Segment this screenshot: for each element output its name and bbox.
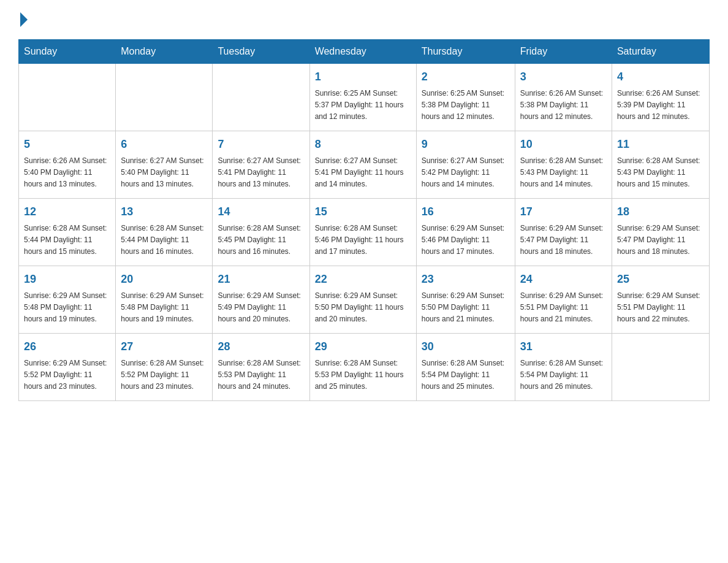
calendar-cell: 22Sunrise: 6:29 AM Sunset: 5:50 PM Dayli… (309, 266, 416, 334)
calendar-header-row: SundayMondayTuesdayWednesdayThursdayFrid… (19, 40, 710, 64)
day-info: Sunrise: 6:29 AM Sunset: 5:46 PM Dayligh… (422, 223, 510, 258)
day-info: Sunrise: 6:26 AM Sunset: 5:39 PM Dayligh… (617, 88, 704, 123)
calendar-cell: 15Sunrise: 6:28 AM Sunset: 5:46 PM Dayli… (309, 199, 416, 266)
day-number: 28 (218, 339, 304, 355)
day-number: 18 (617, 204, 704, 220)
day-info: Sunrise: 6:27 AM Sunset: 5:42 PM Dayligh… (422, 155, 510, 191)
day-info: Sunrise: 6:28 AM Sunset: 5:54 PM Dayligh… (520, 358, 607, 393)
calendar-cell: 11Sunrise: 6:28 AM Sunset: 5:43 PM Dayli… (612, 131, 709, 199)
calendar-cell: 14Sunrise: 6:28 AM Sunset: 5:45 PM Dayli… (213, 199, 309, 266)
day-info: Sunrise: 6:27 AM Sunset: 5:41 PM Dayligh… (315, 155, 411, 191)
day-number: 31 (520, 339, 607, 355)
day-number: 4 (617, 69, 704, 85)
column-header-sunday: Sunday (19, 40, 116, 64)
calendar-cell: 21Sunrise: 6:29 AM Sunset: 5:49 PM Dayli… (213, 266, 309, 334)
day-number: 5 (24, 136, 110, 153)
calendar-cell: 13Sunrise: 6:28 AM Sunset: 5:44 PM Dayli… (116, 199, 213, 266)
calendar-cell: 1Sunrise: 6:25 AM Sunset: 5:37 PM Daylig… (309, 64, 416, 131)
day-number: 22 (315, 271, 411, 288)
calendar-cell (612, 334, 709, 401)
calendar-cell: 26Sunrise: 6:29 AM Sunset: 5:52 PM Dayli… (19, 334, 116, 401)
day-info: Sunrise: 6:29 AM Sunset: 5:48 PM Dayligh… (24, 290, 110, 326)
day-info: Sunrise: 6:27 AM Sunset: 5:41 PM Dayligh… (218, 155, 304, 191)
day-number: 2 (422, 69, 510, 85)
day-info: Sunrise: 6:28 AM Sunset: 5:54 PM Dayligh… (422, 358, 510, 393)
calendar-table: SundayMondayTuesdayWednesdayThursdayFrid… (18, 39, 710, 401)
day-number: 17 (520, 204, 607, 220)
day-info: Sunrise: 6:26 AM Sunset: 5:40 PM Dayligh… (24, 155, 110, 191)
day-number: 6 (121, 136, 207, 153)
day-number: 24 (520, 271, 607, 288)
day-number: 21 (218, 271, 304, 288)
day-number: 10 (520, 136, 607, 153)
day-number: 11 (617, 136, 704, 153)
day-info: Sunrise: 6:26 AM Sunset: 5:38 PM Dayligh… (520, 88, 607, 123)
calendar-cell: 12Sunrise: 6:28 AM Sunset: 5:44 PM Dayli… (19, 199, 116, 266)
calendar-cell: 17Sunrise: 6:29 AM Sunset: 5:47 PM Dayli… (515, 199, 612, 266)
day-number: 9 (422, 136, 510, 153)
calendar-cell: 27Sunrise: 6:28 AM Sunset: 5:52 PM Dayli… (116, 334, 213, 401)
calendar-cell: 29Sunrise: 6:28 AM Sunset: 5:53 PM Dayli… (309, 334, 416, 401)
day-number: 26 (24, 339, 110, 355)
day-number: 3 (520, 69, 607, 85)
column-header-friday: Friday (515, 40, 612, 64)
calendar-cell: 31Sunrise: 6:28 AM Sunset: 5:54 PM Dayli… (515, 334, 612, 401)
calendar-cell: 9Sunrise: 6:27 AM Sunset: 5:42 PM Daylig… (416, 131, 515, 199)
day-info: Sunrise: 6:28 AM Sunset: 5:43 PM Dayligh… (617, 155, 704, 191)
logo (18, 12, 29, 27)
calendar-week-row: 5Sunrise: 6:26 AM Sunset: 5:40 PM Daylig… (19, 131, 710, 199)
day-info: Sunrise: 6:28 AM Sunset: 5:53 PM Dayligh… (218, 358, 304, 393)
day-number: 8 (315, 136, 411, 153)
day-info: Sunrise: 6:27 AM Sunset: 5:40 PM Dayligh… (121, 155, 207, 191)
day-info: Sunrise: 6:25 AM Sunset: 5:38 PM Dayligh… (422, 88, 510, 123)
calendar-week-row: 1Sunrise: 6:25 AM Sunset: 5:37 PM Daylig… (19, 64, 710, 131)
calendar-cell: 7Sunrise: 6:27 AM Sunset: 5:41 PM Daylig… (213, 131, 309, 199)
day-info: Sunrise: 6:28 AM Sunset: 5:53 PM Dayligh… (315, 358, 411, 393)
day-info: Sunrise: 6:29 AM Sunset: 5:51 PM Dayligh… (617, 290, 704, 326)
logo-arrow-icon (20, 12, 28, 27)
day-number: 16 (422, 204, 510, 220)
day-number: 7 (218, 136, 304, 153)
calendar-week-row: 12Sunrise: 6:28 AM Sunset: 5:44 PM Dayli… (19, 199, 710, 266)
calendar-cell: 18Sunrise: 6:29 AM Sunset: 5:47 PM Dayli… (612, 199, 709, 266)
day-number: 19 (24, 271, 110, 288)
calendar-cell: 19Sunrise: 6:29 AM Sunset: 5:48 PM Dayli… (19, 266, 116, 334)
day-info: Sunrise: 6:29 AM Sunset: 5:50 PM Dayligh… (315, 290, 411, 326)
day-number: 14 (218, 204, 304, 220)
day-number: 23 (422, 271, 510, 288)
calendar-cell (116, 64, 213, 131)
calendar-cell: 23Sunrise: 6:29 AM Sunset: 5:50 PM Dayli… (416, 266, 515, 334)
day-info: Sunrise: 6:29 AM Sunset: 5:47 PM Dayligh… (617, 223, 704, 258)
day-info: Sunrise: 6:28 AM Sunset: 5:44 PM Dayligh… (24, 223, 110, 258)
calendar-cell: 20Sunrise: 6:29 AM Sunset: 5:48 PM Dayli… (116, 266, 213, 334)
day-info: Sunrise: 6:28 AM Sunset: 5:43 PM Dayligh… (520, 155, 607, 191)
day-info: Sunrise: 6:29 AM Sunset: 5:48 PM Dayligh… (121, 290, 207, 326)
day-info: Sunrise: 6:29 AM Sunset: 5:47 PM Dayligh… (520, 223, 607, 258)
column-header-monday: Monday (116, 40, 213, 64)
day-info: Sunrise: 6:29 AM Sunset: 5:50 PM Dayligh… (422, 290, 510, 326)
day-number: 30 (422, 339, 510, 355)
calendar-cell: 6Sunrise: 6:27 AM Sunset: 5:40 PM Daylig… (116, 131, 213, 199)
day-number: 15 (315, 204, 411, 220)
calendar-cell: 16Sunrise: 6:29 AM Sunset: 5:46 PM Dayli… (416, 199, 515, 266)
calendar-cell: 24Sunrise: 6:29 AM Sunset: 5:51 PM Dayli… (515, 266, 612, 334)
calendar-cell: 30Sunrise: 6:28 AM Sunset: 5:54 PM Dayli… (416, 334, 515, 401)
calendar-cell (19, 64, 116, 131)
day-info: Sunrise: 6:28 AM Sunset: 5:46 PM Dayligh… (315, 223, 411, 258)
calendar-week-row: 26Sunrise: 6:29 AM Sunset: 5:52 PM Dayli… (19, 334, 710, 401)
day-info: Sunrise: 6:28 AM Sunset: 5:45 PM Dayligh… (218, 223, 304, 258)
calendar-cell: 3Sunrise: 6:26 AM Sunset: 5:38 PM Daylig… (515, 64, 612, 131)
calendar-week-row: 19Sunrise: 6:29 AM Sunset: 5:48 PM Dayli… (19, 266, 710, 334)
calendar-cell: 4Sunrise: 6:26 AM Sunset: 5:39 PM Daylig… (612, 64, 709, 131)
calendar-cell: 25Sunrise: 6:29 AM Sunset: 5:51 PM Dayli… (612, 266, 709, 334)
column-header-tuesday: Tuesday (213, 40, 309, 64)
calendar-cell (213, 64, 309, 131)
calendar-cell: 28Sunrise: 6:28 AM Sunset: 5:53 PM Dayli… (213, 334, 309, 401)
day-number: 13 (121, 204, 207, 220)
day-number: 29 (315, 339, 411, 355)
day-info: Sunrise: 6:29 AM Sunset: 5:49 PM Dayligh… (218, 290, 304, 326)
column-header-wednesday: Wednesday (309, 40, 416, 64)
day-number: 27 (121, 339, 207, 355)
day-number: 20 (121, 271, 207, 288)
day-info: Sunrise: 6:28 AM Sunset: 5:52 PM Dayligh… (121, 358, 207, 393)
